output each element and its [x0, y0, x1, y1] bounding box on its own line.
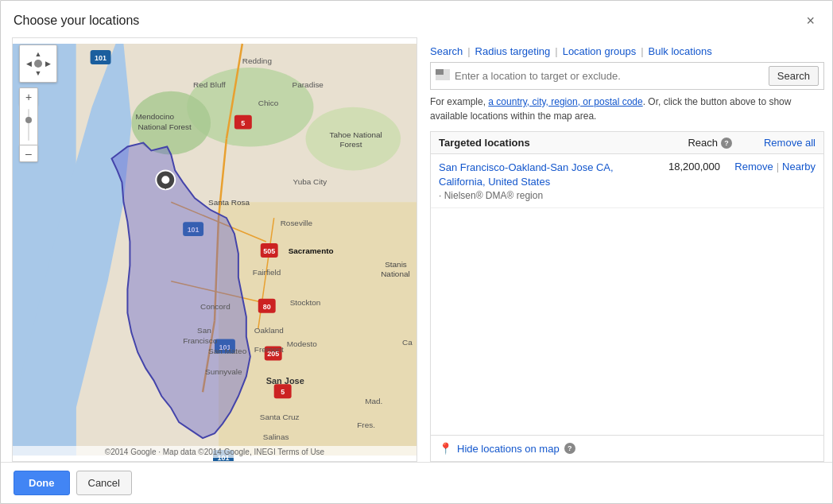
- svg-text:Chico: Chico: [258, 99, 279, 107]
- svg-text:Yuba City: Yuba City: [293, 177, 327, 186]
- tab-search[interactable]: Search: [430, 45, 463, 57]
- svg-text:Mendocino: Mendocino: [135, 112, 174, 121]
- location-info: San Francisco-Oakland-San Jose CA, Calif…: [439, 161, 649, 201]
- svg-point-34: [161, 176, 169, 184]
- svg-text:Modesto: Modesto: [287, 339, 318, 348]
- svg-text:5: 5: [241, 119, 245, 127]
- nav-left-arrow[interactable]: ◀: [26, 60, 32, 68]
- svg-text:Forest: Forest: [339, 140, 362, 149]
- remove-location-link[interactable]: Remove: [734, 161, 773, 173]
- choose-locations-dialog: Choose your locations ×: [0, 0, 833, 504]
- locations-body: San Francisco-Oakland-San Jose CA, Calif…: [431, 154, 823, 435]
- svg-text:Sacramento: Sacramento: [289, 246, 334, 255]
- svg-text:Oakland: Oakland: [254, 326, 284, 335]
- location-row: San Francisco-Oakland-San Jose CA, Calif…: [431, 154, 823, 208]
- cancel-button[interactable]: Cancel: [76, 471, 132, 495]
- location-actions: Remove | Nearby: [728, 161, 816, 173]
- tab-bulk-locations[interactable]: Bulk locations: [649, 45, 712, 57]
- hint-link[interactable]: a country, city, region, or postal code: [488, 96, 642, 107]
- subtitle-text: Nielsen® DMA® region: [444, 190, 543, 201]
- nav-right-arrow[interactable]: ▶: [45, 60, 51, 68]
- map-area[interactable]: 101 101 101 101 5 505 80 205 5: [12, 37, 417, 462]
- tabs-row: Search | Radius targeting | Location gro…: [430, 37, 824, 62]
- svg-text:San: San: [197, 326, 211, 335]
- svg-text:101: 101: [95, 54, 107, 62]
- nearby-link[interactable]: Nearby: [782, 161, 816, 173]
- remove-all-button[interactable]: Remove all: [764, 137, 816, 149]
- reach-help-icon[interactable]: ?: [721, 138, 732, 149]
- svg-text:Red Bluff: Red Bluff: [193, 80, 226, 89]
- svg-text:Ca: Ca: [402, 338, 413, 347]
- nav-down-arrow[interactable]: ▼: [35, 70, 42, 77]
- location-flag-icon: [436, 69, 450, 83]
- svg-text:San Jose: San Jose: [266, 376, 304, 386]
- tab-sep-2: |: [555, 45, 557, 57]
- svg-text:Fairfield: Fairfield: [253, 268, 281, 277]
- right-panel: Search | Radius targeting | Location gro…: [417, 37, 832, 462]
- hide-locations-link[interactable]: Hide locations on map: [457, 443, 560, 455]
- locations-header: Targeted locations Reach ? Remove all: [431, 132, 823, 154]
- search-hint: For example, a country, city, region, or…: [430, 95, 824, 123]
- tab-sep-3: |: [641, 45, 643, 57]
- svg-text:Roseville: Roseville: [281, 219, 313, 227]
- svg-text:Salinas: Salinas: [263, 432, 289, 441]
- dialog-body: 101 101 101 101 5 505 80 205 5: [1, 37, 832, 462]
- svg-text:505: 505: [263, 247, 275, 255]
- svg-text:Monterey: Monterey: [238, 459, 272, 461]
- svg-text:Sunnyvale: Sunnyvale: [205, 367, 242, 376]
- tab-sep-1: |: [467, 45, 470, 57]
- svg-text:Stanis: Stanis: [385, 260, 407, 269]
- hide-locations-help-icon[interactable]: ?: [564, 443, 575, 454]
- tab-radius-targeting[interactable]: Radius targeting: [475, 45, 551, 57]
- dialog-header: Choose your locations ×: [1, 1, 832, 37]
- search-box-row: Search: [430, 62, 824, 90]
- svg-text:National Forest: National Forest: [138, 122, 192, 131]
- svg-text:Stockton: Stockton: [290, 298, 321, 307]
- reach-label: Reach: [688, 137, 718, 149]
- nav-up-arrow[interactable]: ▲: [35, 51, 42, 58]
- location-name[interactable]: San Francisco-Oakland-San Jose CA, Calif…: [439, 161, 649, 189]
- zoom-controls: + –: [19, 87, 38, 162]
- zoom-out-button[interactable]: –: [19, 145, 38, 162]
- svg-text:Concord: Concord: [200, 302, 231, 311]
- locations-table-title: Targeted locations: [439, 137, 530, 149]
- svg-text:Redding: Redding: [242, 56, 272, 65]
- svg-text:San Mateo: San Mateo: [208, 347, 247, 355]
- svg-text:Santa Cruz: Santa Cruz: [260, 413, 300, 421]
- map-navigation-control[interactable]: ▲ ◀ ▶ ▼: [19, 45, 57, 83]
- location-search-input[interactable]: [455, 70, 764, 82]
- location-pin-icon: 📍: [439, 442, 452, 455]
- location-subtitle: · Nielsen® DMA® region: [439, 190, 649, 201]
- dialog-title: Choose your locations: [14, 14, 139, 28]
- done-button[interactable]: Done: [14, 471, 70, 495]
- subtitle-separator: ·: [439, 190, 444, 201]
- location-reach: 18,200,000: [657, 161, 720, 173]
- svg-text:Mad.: Mad.: [365, 397, 382, 405]
- search-button[interactable]: Search: [769, 66, 819, 86]
- map-copyright: ©2014 Google · Map data ©2014 Google, IN…: [13, 446, 416, 458]
- close-button[interactable]: ×: [801, 12, 819, 29]
- svg-marker-68: [436, 69, 444, 75]
- svg-text:Fremont: Fremont: [254, 345, 284, 354]
- svg-text:5: 5: [281, 388, 285, 396]
- svg-text:Francisco: Francisco: [183, 336, 218, 345]
- action-separator: |: [777, 161, 779, 173]
- svg-text:National: National: [381, 269, 410, 278]
- svg-text:Fres.: Fres.: [357, 421, 375, 429]
- zoom-in-button[interactable]: +: [19, 87, 38, 105]
- svg-text:80: 80: [263, 303, 271, 311]
- locations-panel: Targeted locations Reach ? Remove all Sa…: [430, 131, 824, 462]
- svg-text:Tahoe National: Tahoe National: [329, 130, 382, 139]
- svg-rect-5: [219, 202, 416, 456]
- tab-location-groups[interactable]: Location groups: [563, 45, 637, 57]
- nav-center[interactable]: [34, 60, 42, 68]
- hide-locations-row: 📍 Hide locations on map ?: [431, 435, 823, 461]
- reach-header: Reach ?: [688, 137, 732, 149]
- svg-text:Paradise: Paradise: [293, 80, 324, 89]
- svg-text:Santa Rosa: Santa Rosa: [208, 198, 250, 207]
- dialog-footer: Done Cancel: [1, 462, 832, 503]
